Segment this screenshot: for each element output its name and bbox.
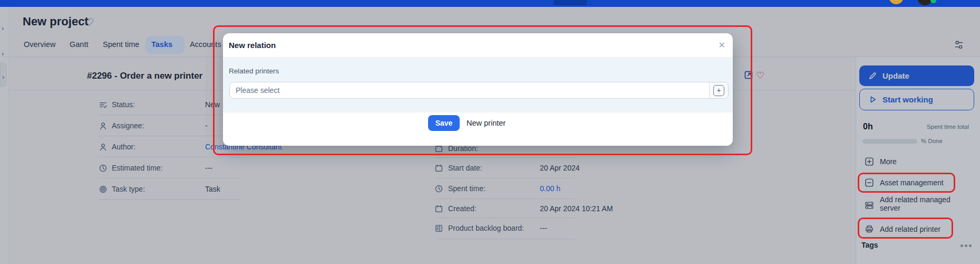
save-button[interactable]: Save	[428, 115, 460, 131]
online-status-dot	[930, 0, 936, 3]
new-relation-modal: New relation ✕ Related printers Please s…	[223, 33, 733, 146]
select-placeholder: Please select	[230, 82, 709, 98]
plus-square-icon: +	[713, 85, 724, 96]
topbar-active-item	[554, 0, 587, 5]
related-printers-select[interactable]: Please select +	[229, 82, 729, 99]
add-option-button[interactable]: +	[709, 82, 728, 98]
avatar[interactable]	[889, 0, 904, 4]
top-navigation-bar	[0, 0, 980, 7]
related-printers-label: Related printers	[229, 67, 279, 75]
new-printer-button[interactable]: New printer	[467, 115, 506, 131]
modal-footer: Save New printer	[223, 112, 733, 146]
modal-header: New relation ✕	[223, 33, 733, 57]
close-icon[interactable]: ✕	[719, 41, 725, 50]
modal-body: Related printers Please select +	[223, 57, 733, 112]
modal-title: New relation	[229, 41, 276, 50]
